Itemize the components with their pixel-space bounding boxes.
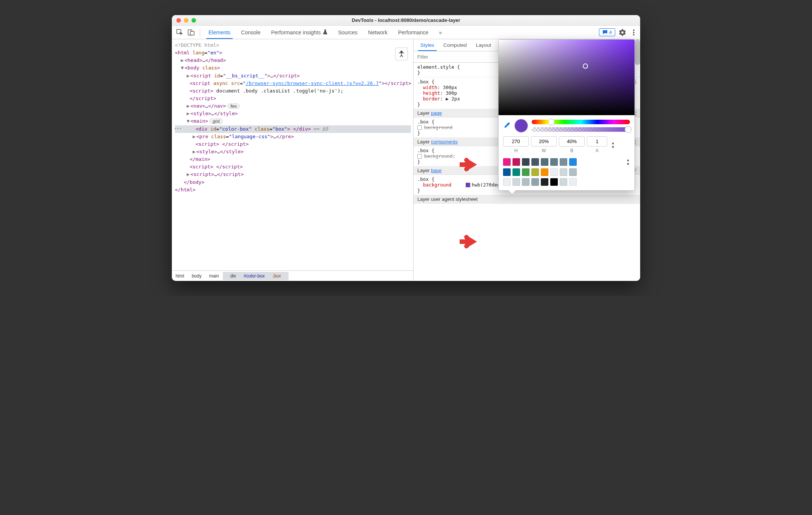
main-tabs-overflow[interactable]: » [434, 26, 447, 39]
color-field-cursor[interactable] [583, 63, 588, 69]
eyedropper-icon[interactable] [503, 122, 511, 130]
dom-html-open[interactable]: <html lang="en"> [175, 49, 411, 57]
palette-chip[interactable] [503, 168, 511, 176]
palette-chip[interactable] [531, 178, 539, 186]
cp-inputs: H W B A ▲▼ [499, 136, 634, 156]
breadcrumb-selected[interactable]: div#color-box.box [223, 272, 289, 280]
palette-chip[interactable] [522, 178, 529, 186]
palette-chip[interactable] [569, 168, 577, 176]
palette-chip[interactable] [522, 168, 529, 176]
format-switch[interactable]: ▲▼ [611, 141, 615, 149]
issues-badge[interactable]: 4 [599, 28, 615, 36]
a-input[interactable] [587, 136, 607, 146]
toolbar-right: 4 [599, 28, 638, 37]
close-icon[interactable] [176, 18, 181, 23]
palette-chip[interactable] [569, 178, 577, 186]
gear-icon[interactable] [618, 28, 627, 37]
maximize-icon[interactable] [191, 18, 196, 23]
hue-slider[interactable] [532, 120, 630, 124]
palette-chip[interactable] [569, 158, 577, 166]
h-input[interactable] [503, 136, 529, 146]
tab-sources[interactable]: Sources [333, 26, 363, 39]
svg-point-5 [633, 34, 634, 35]
dom-script-5[interactable]: <script> </script> [175, 163, 411, 171]
color-picker[interactable]: H W B A ▲▼ ▲▼ [498, 39, 635, 191]
dom-head[interactable]: ▶<head>…</head> [175, 57, 411, 64]
dom-script-2[interactable]: <script async src="/browser-sync/browser… [175, 80, 411, 87]
dom-style-2[interactable]: ▶<style>…</style> [175, 148, 411, 156]
alpha-slider[interactable] [532, 127, 630, 132]
palette-chip[interactable] [513, 178, 520, 186]
w-input[interactable] [531, 136, 557, 146]
dom-script-4[interactable]: <script> </script> [175, 140, 411, 148]
breadcrumb-item[interactable]: main [205, 272, 223, 280]
layer-link[interactable]: page [431, 110, 442, 116]
palette-chip[interactable] [541, 158, 548, 166]
palette-chip[interactable] [503, 158, 511, 166]
tab-performance[interactable]: Performance [393, 26, 434, 39]
checkbox[interactable] [417, 125, 422, 130]
breadcrumb[interactable]: html body main div#color-box.box [172, 270, 413, 281]
dom-pre[interactable]: ▶<pre class="language-css">…</pre> [175, 133, 411, 140]
dom-tree[interactable]: <!DOCTYPE html> <html lang="en"> ▶<head>… [172, 39, 413, 270]
palette-chip[interactable] [550, 158, 558, 166]
palette-chip[interactable] [560, 168, 567, 176]
dom-style-1[interactable]: ▶<style>…</style> [175, 110, 411, 117]
chevron-double-right-icon: » [439, 29, 442, 35]
color-swatch[interactable] [466, 183, 470, 187]
palette-row [503, 178, 630, 186]
subtab-computed[interactable]: Computed [439, 39, 471, 51]
layer-link[interactable]: base [431, 168, 442, 173]
dom-doctype[interactable]: <!DOCTYPE html> [175, 42, 411, 49]
tab-elements[interactable]: Elements [203, 26, 236, 39]
palette-chip[interactable] [550, 168, 558, 176]
palette-chip[interactable] [560, 178, 567, 186]
dom-script-3[interactable]: <script> document .body .classList .togg… [175, 87, 411, 102]
palette-chip[interactable] [503, 178, 511, 186]
scrollbar-thumb[interactable] [635, 39, 640, 65]
dom-main-open[interactable]: ▼<main>grid [175, 117, 411, 125]
kebab-icon[interactable] [630, 28, 638, 37]
tab-console[interactable]: Console [236, 26, 266, 39]
tab-network[interactable]: Network [363, 26, 393, 39]
device-toolbar-icon[interactable] [186, 28, 196, 37]
dom-html-close[interactable]: </html> [175, 186, 411, 194]
palette-chip[interactable] [513, 168, 520, 176]
palette-chip[interactable] [560, 158, 567, 166]
palette-chip[interactable] [541, 178, 548, 186]
row-actions-icon[interactable]: ••• [174, 125, 182, 132]
dom-nav[interactable]: ▶<nav>…</nav>flex [175, 102, 411, 110]
palette-scroll[interactable]: ▲▼ [626, 158, 630, 166]
palette-chip[interactable] [531, 168, 539, 176]
hue-thumb[interactable] [548, 119, 555, 125]
subtab-layout[interactable]: Layout [471, 39, 496, 51]
filter-input[interactable] [414, 54, 474, 60]
palette-chip[interactable] [541, 168, 548, 176]
subtab-styles[interactable]: Styles [416, 39, 439, 51]
layer-link[interactable]: components [431, 139, 458, 145]
dom-body-open[interactable]: ▼<body class> [175, 64, 411, 72]
palette-chip[interactable] [522, 158, 529, 166]
palette-chip[interactable] [513, 158, 520, 166]
dom-body-close[interactable]: </body> [175, 179, 411, 186]
dom-selected-div[interactable]: ••• <div id="color-box" class="box"> </d… [175, 125, 411, 133]
minimize-icon[interactable] [184, 18, 188, 23]
callout-arrow-2 [460, 234, 479, 249]
accessibility-icon[interactable] [395, 48, 408, 60]
tab-performance-insights[interactable]: Performance insights [266, 26, 333, 39]
checkbox[interactable] [417, 154, 422, 159]
breadcrumb-item[interactable]: html [172, 272, 188, 280]
selector: element.style [417, 64, 454, 70]
dom-script-6[interactable]: ▶<script>…</script> [175, 171, 411, 178]
breadcrumb-item[interactable]: body [188, 272, 205, 280]
b-input[interactable] [559, 136, 585, 146]
inspect-element-icon[interactable] [175, 28, 185, 37]
dom-main-close[interactable]: </main> [175, 156, 411, 163]
alpha-thumb[interactable] [625, 126, 631, 133]
flask-icon [323, 29, 327, 35]
dom-script-1[interactable]: ▶<script id="__bs_script__">…</script> [175, 72, 411, 80]
palette-chip[interactable] [531, 158, 539, 166]
palette-chip[interactable] [550, 178, 558, 186]
color-field[interactable] [499, 40, 634, 115]
svg-point-6 [401, 51, 402, 52]
